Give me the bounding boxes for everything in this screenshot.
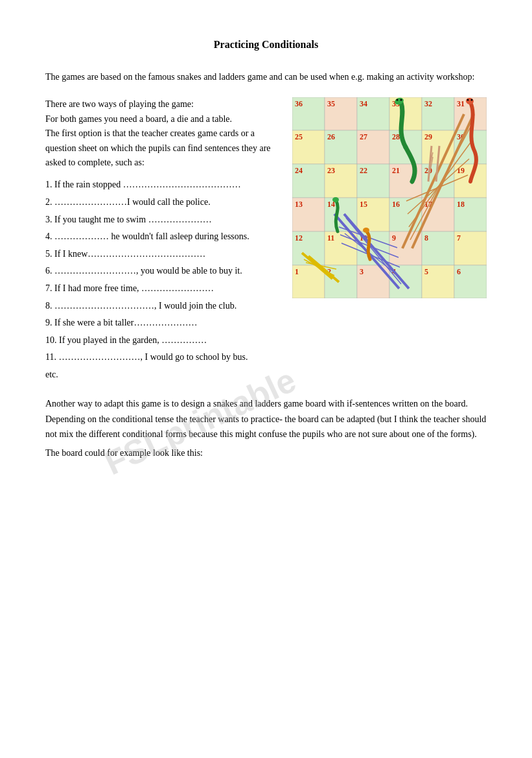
sentence-2: 2. ……………………I would call the police. — [45, 194, 279, 211]
svg-point-98 — [467, 99, 469, 101]
sentence-3: 3. If you taught me to swim ………………… — [45, 211, 279, 229]
svg-text:16: 16 — [392, 200, 400, 209]
svg-text:8: 8 — [424, 233, 428, 243]
sentence-8: 8. ……………………………, I would join the club. — [45, 298, 279, 315]
sentence-1: 1. If the rain stopped ………………………………… — [45, 176, 279, 194]
svg-text:18: 18 — [457, 200, 465, 209]
svg-text:27: 27 — [360, 132, 367, 141]
intro-paragraph: The games are based on the famous snakes… — [45, 70, 487, 84]
svg-text:13: 13 — [295, 200, 303, 209]
both-games: For both games you need a board, a die a… — [45, 112, 279, 126]
ways-intro: There are two ways of playing the game: — [45, 97, 279, 112]
snakes-ladders-board: 36 35 34 33 32 31 25 26 27 28 29 30 24 2… — [292, 97, 487, 298]
svg-text:1: 1 — [295, 267, 299, 276]
svg-text:34: 34 — [360, 99, 367, 108]
svg-text:3: 3 — [360, 267, 364, 276]
board-area: 36 35 34 33 32 31 25 26 27 28 29 30 24 2… — [292, 97, 487, 383]
svg-point-95 — [397, 99, 399, 101]
svg-text:5: 5 — [424, 267, 428, 276]
svg-text:22: 22 — [360, 166, 367, 175]
svg-text:9: 9 — [392, 233, 396, 243]
svg-point-96 — [400, 99, 402, 101]
sentence-10: 10. If you played in the garden, …………… — [45, 332, 279, 349]
svg-text:32: 32 — [424, 99, 432, 108]
etc: etc. — [45, 366, 279, 384]
board-example: The board could for example look like th… — [45, 445, 487, 460]
svg-text:35: 35 — [327, 99, 335, 108]
svg-text:31: 31 — [457, 99, 465, 108]
sentences-list: 1. If the rain stopped ………………………………… 2. … — [45, 176, 279, 383]
svg-text:21: 21 — [392, 166, 400, 175]
svg-text:29: 29 — [424, 132, 432, 141]
svg-point-100 — [332, 197, 339, 202]
svg-text:24: 24 — [295, 166, 303, 175]
svg-text:28: 28 — [392, 132, 400, 141]
board-svg: 36 35 34 33 32 31 25 26 27 28 29 30 24 2… — [292, 97, 487, 298]
svg-point-101 — [363, 228, 369, 233]
sentence-5: 5. If I knew………………………………… — [45, 246, 279, 263]
svg-text:26: 26 — [327, 132, 335, 141]
svg-point-99 — [471, 99, 473, 101]
sentence-4: 4. ……………… he wouldn't fall asleep during… — [45, 228, 279, 246]
sentence-11: 11. ………………………, I would go to school by b… — [45, 349, 279, 366]
svg-text:6: 6 — [457, 267, 461, 276]
svg-text:19: 19 — [457, 166, 465, 175]
svg-text:12: 12 — [295, 233, 303, 243]
svg-text:25: 25 — [295, 132, 303, 141]
page-title: Practicing Conditionals — [45, 39, 487, 51]
svg-text:11: 11 — [327, 233, 334, 243]
svg-text:36: 36 — [295, 99, 303, 108]
svg-text:7: 7 — [457, 233, 461, 243]
first-option: The first option is that the teacher cre… — [45, 126, 279, 170]
bottom-section: Another way to adapt this game is to des… — [45, 396, 487, 460]
svg-text:23: 23 — [327, 166, 335, 175]
sentence-6: 6. ………………………, you would be able to buy i… — [45, 263, 279, 280]
sentence-9: 9. If she were a bit taller………………… — [45, 314, 279, 332]
svg-text:15: 15 — [360, 200, 367, 209]
another-way: Another way to adapt this game is to des… — [45, 396, 487, 441]
sentence-7: 7. If I had more free time, …………………… — [45, 280, 279, 298]
